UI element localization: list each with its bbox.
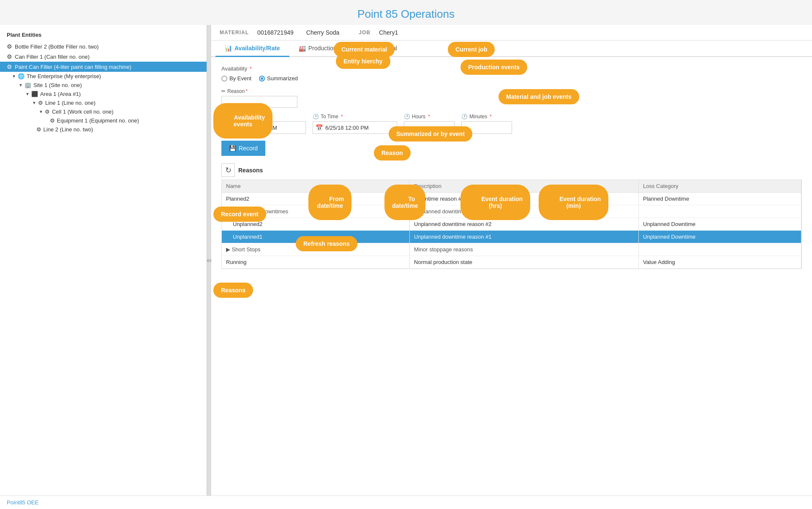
to-time-value: 6/25/18 12:00 PM [325,125,369,131]
tree-icon: ⬛ [31,91,38,97]
sidebar-title: Plant Entities [0,30,207,41]
tree-label: Line 2 (Line no. two) [44,126,93,133]
col-header-loss-category: Loss Category [639,180,801,193]
reason-input[interactable] [221,96,297,108]
reason-desc-cell: Normal production state [410,256,639,269]
clock-icon: 🕐 [313,114,319,120]
reason-name-cell: Unplanned2 [222,218,410,231]
from-time-label: 🕐 From Time * [221,114,306,120]
tab-availability[interactable]: 📊 Availability/Rate [215,41,289,57]
reason-desc-cell: Unplanned downtime reason #2 [410,218,639,231]
sidebar-item-paint-can-filler[interactable]: ⚙ Paint Can Filler (4-liter paint can fi… [0,62,207,72]
minutes-field: 🕐 Minutes * [461,114,512,134]
tree-label: Line 1 (Line no. one) [45,100,95,106]
radio-summarized-btn [259,76,265,82]
material-id-value: 00168721949 [257,29,294,36]
refresh-button[interactable]: ↻ [221,163,235,177]
tree-icon: ⚙ [45,109,50,115]
production-icon: 🏭 [299,45,306,52]
material-label: MATERIAL [220,30,249,35]
sidebar: Plant Entities ⚙ Bottle Filler 2 (Bottle… [0,25,207,495]
table-row[interactable]: ▶ Short StopsMinor stoppage reasons [222,243,801,256]
table-row[interactable]: RunningNormal production stateValue Addi… [222,256,801,269]
table-row[interactable]: Planned2Downtime reason #2Planned Downti… [222,193,801,205]
sidebar-item-label: Paint Can Filler (4-liter paint can fill… [15,64,131,70]
availability-field-row: Availability * By Event Summarized [221,65,802,82]
datetime-row: 🕐 From Time * 📅 6/25/18 08:00 AM 🕐 To [221,114,802,134]
required-marker: * [245,88,248,94]
reason-loss-cell: Planned Downtime [639,193,801,205]
header-bar: MATERIAL 00168721949 Cherry Soda JOB Che… [211,25,812,41]
job-material-icon: 📋 [355,45,362,52]
reason-desc-cell: Unplanned downtime reason #1 [410,231,639,243]
tree-node-area1[interactable]: ▼ ⬛ Area 1 (Area #1) [0,90,207,98]
page-wrapper: Point 85 Operations Plant Entities ⚙ Bot… [0,0,812,509]
right-panel: MATERIAL 00168721949 Cherry Soda JOB Che… [211,25,812,495]
reasons-table: Name Description Loss Category Planned2D… [222,180,801,269]
tab-production[interactable]: 🏭 Production [289,41,346,57]
availability-icon: 📊 [225,45,232,52]
tree-icon: 🏢 [25,82,31,88]
tabs-bar: 📊 Availability/Rate 🏭 Production 📋 Job/M… [211,41,812,57]
tree-arrow [32,127,35,132]
tree-label: The Enterprise (My enterprise) [27,73,101,79]
tree-icon: ⚙ [50,117,55,124]
radio-by-event[interactable]: By Event [221,75,251,82]
tree-node-line1[interactable]: ▼ ⚙ Line 1 (Line no. one) [0,98,207,107]
main-content: Plant Entities ⚙ Bottle Filler 2 (Bottle… [0,25,812,495]
reason-desc-cell: Downtime reason #2 [410,193,639,205]
clock-icon: 🕐 [461,114,468,120]
resize-divider[interactable]: ⇔ [207,25,211,495]
table-row[interactable]: ▼ Unplanned DowntimesUnplanned downtime … [222,205,801,218]
tree-node-cell1[interactable]: ▼ ⚙ Cell 1 (Work cell no. one) [0,107,207,116]
table-header-row: Name Description Loss Category [222,180,801,193]
table-row[interactable]: Unplanned1Unplanned downtime reason #1Un… [222,231,801,243]
tree-arrow: ▼ [39,109,43,114]
tree-node-line2[interactable]: ⚙ Line 2 (Line no. two) [0,125,207,134]
reason-name-cell: ▶ Short Stops [222,243,410,256]
tab-label: Availability/Rate [234,45,280,52]
tree-label: Cell 1 (Work cell no. one) [52,109,114,115]
sidebar-item-can-filler[interactable]: ⚙ Can Filler 1 (Can filler no. one) [0,52,207,62]
tree-node-equip1[interactable]: ⚙ Equipment 1 (Equipment no. one) [0,116,207,125]
tree-arrow: ▼ [19,83,23,87]
minutes-label: 🕐 Minutes * [461,114,512,120]
job-value: Chery1 [379,29,398,36]
radio-summarized-label: Summarized [267,75,298,82]
hours-input[interactable] [404,121,455,134]
tree-node-site1[interactable]: ▼ 🏢 Site 1 (Site no. one) [0,81,207,90]
sidebar-item-bottle-filler[interactable]: ⚙ Bottle Filler 2 (Bottle Filler no. two… [0,41,207,52]
tab-label: Job/Material [365,45,397,52]
reason-field-label: ✏ Reason * [221,88,802,94]
reason-desc-cell: Minor stoppage reasons [410,243,639,256]
radio-summarized[interactable]: Summarized [259,75,298,82]
table-row[interactable]: Unplanned2Unplanned downtime reason #2Un… [222,218,801,231]
from-time-input[interactable]: 📅 6/25/18 08:00 AM [221,121,306,134]
reason-loss-cell [639,243,801,256]
reason-loss-cell: Value Adding [639,256,801,269]
footer-link[interactable]: Point85 OEE [7,499,38,506]
radio-by-event-label: By Event [229,75,251,82]
minutes-input[interactable] [461,121,512,134]
material-name-value: Cherry Soda [306,29,340,36]
record-btn-row: 💾 Record [221,141,802,156]
calendar-icon: 📅 [224,124,232,131]
tab-job-material[interactable]: 📋 Job/Material [346,41,406,57]
reason-name-cell: Unplanned1 [222,231,410,243]
radio-by-event-btn [221,76,227,82]
job-label: JOB [359,30,371,35]
reasons-table-wrapper: Name Description Loss Category Planned2D… [221,180,802,269]
reason-name-cell: Running [222,256,410,269]
reasons-title: Reasons [238,167,263,174]
record-btn-label: Record [239,145,258,152]
reason-desc-cell: Unplanned downtime reasons [410,205,639,218]
reason-name-cell: ▼ Unplanned Downtimes [222,205,410,218]
save-icon: 💾 [229,145,236,152]
tree-arrow [46,118,48,123]
record-button[interactable]: 💾 Record [221,141,265,156]
to-time-input[interactable]: 📅 6/25/18 12:00 PM [313,121,397,134]
col-header-name: Name [222,180,410,193]
availability-section-label: Availability * [221,65,802,72]
hours-field: 🕐 Hours * [404,114,455,134]
tree-node-enterprise[interactable]: ▼ 🌐 The Enterprise (My enterprise) [0,72,207,81]
